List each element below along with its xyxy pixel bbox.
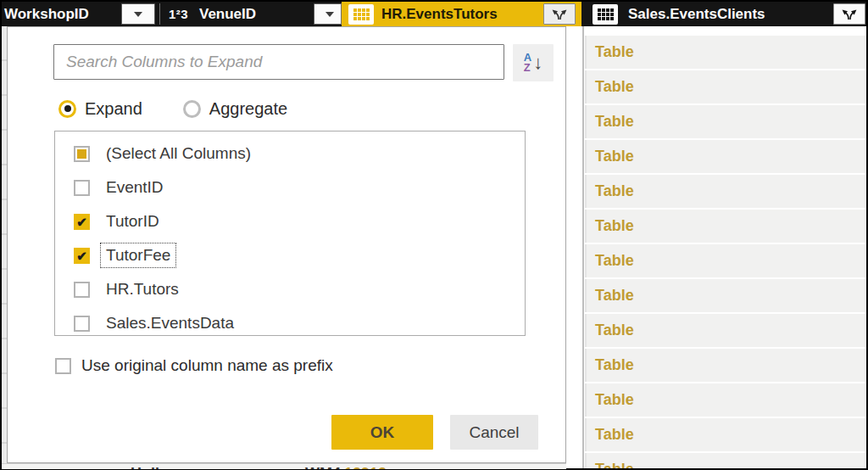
table-cells-column: TableTableTableTableTableTableTableTable… [585,26,866,468]
column-header-venueid[interactable]: 1²3 VenueID [160,2,341,26]
column-header-label: WorkshopID [4,2,89,26]
chevron-down-icon [326,12,334,17]
sort-az-icon: AZ [524,53,531,73]
table-cell-link[interactable]: Table [585,453,866,468]
obscured-table-row: HullWM412912 [2,463,566,469]
table-cell-link[interactable]: Table [585,279,866,312]
prefix-option-label: Use original column name as prefix [81,356,333,375]
table-cell-link[interactable]: Table [585,383,866,417]
table-cell-link[interactable]: Table [585,36,866,69]
cancel-button[interactable]: Cancel [450,415,538,450]
sort-az-button[interactable]: AZ ↓ [513,44,554,81]
table-cell-link[interactable]: Table [585,349,866,382]
column-header-workshopid[interactable]: WorkshopID [2,2,159,26]
column-option-label: TutorFee [100,243,176,268]
radio-icon [58,100,76,118]
ok-button[interactable]: OK [331,415,433,450]
column-option[interactable]: ✔TutorID [55,204,525,238]
radio-expand[interactable]: Expand [58,98,142,119]
checkbox-icon[interactable]: ✔ [74,146,90,162]
table-cell-link[interactable]: Table [585,244,866,277]
column-option-label: (Select All Columns) [100,141,257,166]
whole-number-type-icon: 1²3 [169,2,188,26]
obscured-text-fragment: 12912 [344,465,387,469]
column-header-label: HR.EventsTutors [381,2,498,26]
column-option[interactable]: ✔Sales.EventsData [55,306,525,336]
table-cell-link[interactable]: Table [585,140,866,173]
checkbox-icon[interactable]: ✔ [74,180,90,196]
column-option-label: TutorID [100,209,165,234]
arrow-down-icon: ↓ [533,53,542,72]
prefix-option[interactable]: Use original column name as prefix [55,356,333,375]
column-option[interactable]: ✔EventID [55,171,525,204]
table-type-icon [348,4,374,25]
table-cell-link[interactable]: Table [585,175,866,208]
expand-column-dialog: AZ ↓ ExpandAggregate ✔(Select All Column… [7,26,566,463]
column-option[interactable]: ✔(Select All Columns) [55,137,525,171]
radio-aggregate[interactable]: Aggregate [183,98,287,119]
column-header-label: Sales.EventsClients [628,2,765,26]
column-option[interactable]: ✔HR.Tutors [55,272,525,306]
table-header-bar: WorkshopID 1²3 VenueID HR.EventsTutors [2,2,866,26]
column-option[interactable]: ✔TutorFee [55,238,525,272]
checkbox-icon[interactable] [55,358,71,374]
column-list: ✔(Select All Columns)✔EventID✔TutorID✔Tu… [54,131,526,336]
radio-icon [183,100,201,118]
checkbox-icon[interactable]: ✔ [74,282,90,298]
table-cell-link[interactable]: Table [585,105,866,138]
obscured-text-fragment: WM4 [305,465,341,469]
table-cell-link[interactable]: Table [585,418,866,451]
table-cell-link[interactable]: Table [585,210,866,243]
search-columns-input[interactable] [53,44,504,80]
obscured-text-fragment: Hull [131,465,159,469]
query-editor-canvas: WorkshopID 1²3 VenueID HR.EventsTutors [2,2,866,468]
expand-aggregate-radios: ExpandAggregate [58,98,287,119]
column-header-sales-eventsclients[interactable]: Sales.EventsClients [584,2,866,26]
expand-arrows-icon [841,8,858,21]
chevron-down-icon [134,12,142,17]
underlying-column-gap [566,26,585,468]
column-option-label: HR.Tutors [100,277,185,302]
expand-column-button[interactable] [833,3,865,25]
column-header-label: VenueID [199,2,256,26]
column-option-label: Sales.EventsData [100,311,240,336]
radio-label: Aggregate [209,99,287,119]
column-option-label: EventID [100,175,170,200]
checkbox-icon[interactable]: ✔ [74,248,90,264]
table-cell-link[interactable]: Table [585,70,866,104]
table-cell-link[interactable]: Table [585,314,866,347]
filter-dropdown-button[interactable] [121,3,155,25]
expand-arrows-icon [551,8,568,21]
checkbox-icon[interactable]: ✔ [74,316,90,332]
checkbox-icon[interactable]: ✔ [74,214,90,230]
table-type-icon [593,4,618,25]
radio-label: Expand [85,99,142,119]
expand-column-button[interactable] [543,3,576,25]
column-header-hr-eventstutors[interactable]: HR.EventsTutors [342,2,581,26]
